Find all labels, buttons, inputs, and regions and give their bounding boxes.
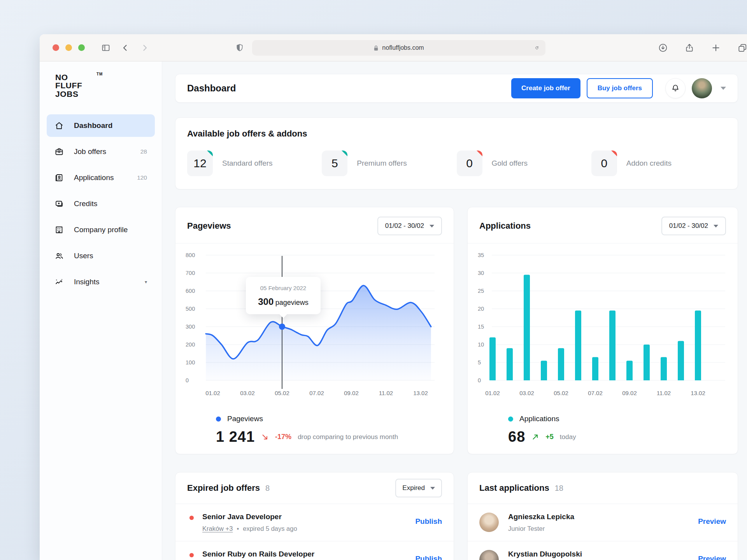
stat-tile-standard-offers: 12Standard offers [187, 150, 322, 176]
stat-value-box: 0 [457, 150, 482, 176]
sidebar-item-count: 28 [140, 148, 147, 155]
browser-window: nofluffjobs.com NO FLUFF J [40, 34, 747, 560]
downloads-icon[interactable] [656, 41, 670, 55]
expired-status-dot [189, 516, 194, 520]
new-tab-icon[interactable] [709, 41, 723, 55]
publish-link[interactable]: Publish [415, 550, 442, 560]
sidebar-item-users[interactable]: Users [47, 245, 155, 267]
privacy-shield-icon[interactable] [233, 41, 247, 55]
expired-offers-list: Senior Java DeveloperKraków +3•expired 5… [175, 504, 454, 560]
stat-value-box: 5 [322, 150, 347, 176]
application-row: Krystian DługopolskiSenior Java Develope… [468, 541, 738, 560]
sidebar-item-dashboard[interactable]: Dashboard [47, 114, 155, 137]
preview-link[interactable]: Preview [698, 513, 726, 526]
applicant-avatar [479, 550, 499, 560]
pageviews-delta: -17% [275, 433, 291, 441]
close-window-button[interactable] [53, 44, 59, 51]
tab-overview-icon[interactable] [735, 41, 747, 55]
corner-flag-icon [611, 150, 617, 156]
svg-text:03.02: 03.02 [240, 390, 255, 396]
profile-chevron-down-icon[interactable] [721, 87, 726, 90]
applications-legend: Applications [508, 415, 738, 423]
chart-title: Pageviews [187, 221, 231, 231]
chevron-down-icon: ▾ [145, 279, 147, 285]
stat-label: Gold offers [492, 159, 528, 168]
sidebar-item-applications[interactable]: Applications120 [47, 166, 155, 189]
pageviews-date-range-select[interactable]: 01/02 - 30/02 [377, 217, 442, 235]
offer-location-link[interactable]: Kraków +3 [202, 525, 233, 532]
svg-text:700: 700 [186, 270, 195, 276]
corner-flag-icon [207, 150, 213, 156]
svg-text:35: 35 [478, 252, 484, 258]
applications-chart[interactable]: 3530252015105001.0203.0205.0207.0209.021… [468, 243, 738, 401]
main-content: Dashboard Create job offer Buy job offer… [162, 61, 747, 560]
sidebar-item-insights[interactable]: Insights▾ [47, 271, 155, 293]
svg-text:0: 0 [478, 377, 481, 383]
building-icon [54, 225, 64, 234]
svg-text:200: 200 [186, 341, 195, 348]
publish-link[interactable]: Publish [415, 513, 442, 526]
sidebar-item-label: Insights [74, 278, 99, 286]
svg-text:07.02: 07.02 [588, 390, 603, 396]
svg-text:0: 0 [186, 377, 189, 383]
trend-up-icon [531, 433, 539, 441]
svg-text:800: 800 [186, 252, 195, 258]
zoom-window-button[interactable] [78, 44, 85, 51]
stat-value: 0 [466, 157, 473, 170]
legend-dot [216, 416, 221, 422]
id-card-icon [54, 173, 64, 182]
buy-job-offers-button[interactable]: Buy job offers [587, 78, 653, 98]
offer-title: Senior Java Developer [202, 513, 297, 521]
svg-text:03.02: 03.02 [519, 390, 534, 396]
sidebar-item-job-offers[interactable]: Job offers28 [47, 140, 155, 163]
tooltip-unit: pageviews [275, 299, 309, 306]
credits-icon [54, 199, 64, 208]
chart-title: Applications [479, 221, 531, 231]
forward-icon[interactable] [138, 41, 152, 55]
preview-link[interactable]: Preview [698, 550, 726, 560]
last-applications-card: Last applications 18 Agnieszka LepickaJu… [467, 472, 738, 560]
last-applications-list: Agnieszka LepickaJunior TesterPreviewKry… [468, 504, 738, 560]
stat-label: Premium offers [357, 159, 407, 168]
page-title: Dashboard [187, 83, 236, 94]
svg-text:11.02: 11.02 [657, 390, 671, 396]
notifications-bell-icon[interactable] [665, 78, 686, 98]
dot-separator: • [237, 525, 239, 532]
minimize-window-button[interactable] [65, 44, 72, 51]
back-icon[interactable] [118, 41, 132, 55]
insights-icon [54, 277, 64, 287]
svg-text:05.02: 05.02 [275, 390, 289, 396]
svg-text:100: 100 [186, 359, 195, 366]
trend-down-icon [261, 433, 269, 441]
sidebar-item-company-profile[interactable]: Company profile [47, 219, 155, 241]
reload-icon[interactable] [532, 43, 542, 52]
pageviews-chart[interactable]: 800700600500300200100001.0203.0205.0207.… [175, 243, 454, 401]
sidebar: NO FLUFF JOBS TM DashboardJob offers28Ap… [40, 61, 162, 560]
svg-text:500: 500 [186, 306, 195, 312]
pageviews-card: Pageviews 01/02 - 30/02 8007006005003002… [175, 207, 454, 454]
pageviews-total: 1 241 [216, 429, 255, 445]
tooltip-date: 05 February 2022 [250, 285, 317, 291]
tooltip-value: 300 [258, 296, 274, 307]
stat-value: 5 [331, 157, 338, 170]
svg-text:13.02: 13.02 [413, 390, 428, 396]
stat-tiles: 12Standard offers5Premium offers0Gold of… [187, 150, 726, 176]
toolbar-right-icons [656, 34, 747, 61]
address-bar[interactable]: nofluffjobs.com [252, 40, 545, 56]
chevron-down-icon [430, 225, 434, 228]
applications-date-range-select[interactable]: 01/02 - 30/02 [661, 217, 726, 235]
expired-filter-select[interactable]: Expired [395, 479, 442, 497]
expired-offers-title: Expired job offers [187, 483, 260, 493]
share-icon[interactable] [682, 41, 696, 55]
user-avatar[interactable] [692, 78, 712, 98]
svg-text:30: 30 [478, 270, 484, 276]
applications-total: 68 [508, 429, 525, 445]
pageviews-delta-note: drop comparing to previous month [298, 433, 398, 441]
stat-value: 0 [601, 157, 607, 170]
svg-text:07.02: 07.02 [309, 390, 324, 396]
applications-delta-note: today [560, 433, 576, 441]
create-job-offer-button[interactable]: Create job offer [511, 78, 580, 98]
sidebar-item-credits[interactable]: Credits [47, 192, 155, 215]
svg-text:600: 600 [186, 288, 195, 294]
sidebar-toggle-icon[interactable] [99, 41, 113, 55]
